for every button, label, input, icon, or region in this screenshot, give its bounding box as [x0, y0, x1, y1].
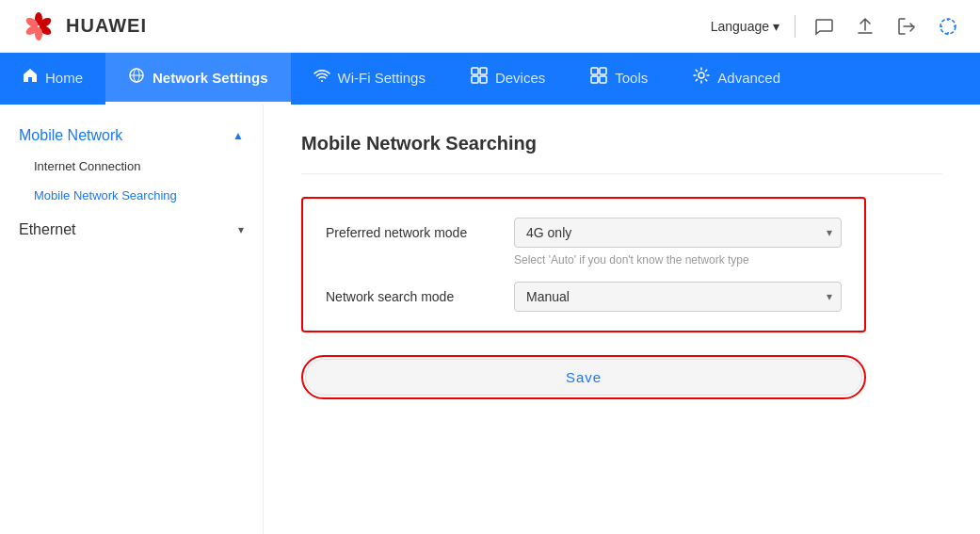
save-area: Save: [301, 355, 866, 399]
home-icon: [23, 68, 38, 87]
main-content: Mobile Network Searching Preferred netwo…: [264, 105, 980, 534]
nav-advanced[interactable]: Advanced: [670, 53, 803, 105]
svg-rect-16: [480, 68, 487, 74]
header-divider: [795, 15, 795, 38]
nav-tools-label: Tools: [615, 70, 648, 86]
message-icon[interactable]: [811, 13, 837, 40]
logo-text: HUAWEI: [66, 15, 147, 37]
svg-point-23: [699, 73, 704, 78]
preferred-network-mode-hint: Select 'Auto' if you don't know the netw…: [514, 253, 842, 267]
header-right: Language ▾: [711, 13, 961, 40]
save-button-wrapper: Save: [301, 355, 866, 399]
svg-rect-22: [600, 76, 606, 83]
nav-home[interactable]: Home: [0, 53, 105, 105]
network-search-mode-select-wrapper: Auto Manual ▾: [514, 282, 842, 312]
language-label: Language: [711, 19, 769, 34]
nav-home-label: Home: [45, 70, 83, 86]
ethernet-arrow: ▾: [238, 223, 244, 236]
ethernet-section[interactable]: Ethernet ▾: [0, 210, 263, 250]
svg-rect-21: [591, 76, 598, 83]
preferred-network-mode-control: Auto 4G only 3G only 2G only ▾ Select 'A…: [514, 218, 842, 267]
nav-tools[interactable]: Tools: [568, 53, 670, 105]
main-layout: Mobile Network ▲ Internet Connection Mob…: [0, 105, 980, 534]
content-divider: [301, 173, 942, 174]
svg-point-14: [321, 80, 323, 82]
nav-devices[interactable]: Devices: [448, 53, 568, 105]
preferred-network-mode-label: Preferred network mode: [326, 218, 514, 240]
huawei-logo: [19, 11, 58, 41]
sidebar-item-mobile-network-searching[interactable]: Mobile Network Searching: [0, 181, 263, 210]
svg-rect-18: [480, 76, 487, 83]
network-search-mode-label: Network search mode: [326, 282, 514, 304]
internet-connection-label: Internet Connection: [34, 159, 140, 173]
logout-icon[interactable]: [893, 13, 920, 40]
preferred-network-mode-select-wrapper: Auto 4G only 3G only 2G only ▾: [514, 218, 842, 248]
main-nav: Home Network Settings Wi-Fi Settings: [0, 53, 980, 105]
language-arrow-icon: ▾: [773, 19, 779, 34]
network-search-mode-select[interactable]: Auto Manual: [514, 282, 842, 312]
upload-icon[interactable]: [852, 13, 878, 40]
nav-network-settings-label: Network Settings: [153, 70, 268, 86]
nav-network-settings[interactable]: Network Settings: [105, 53, 291, 105]
network-icon: [128, 67, 145, 88]
logo-area: HUAWEI: [19, 11, 147, 41]
header: HUAWEI Language ▾: [0, 0, 980, 53]
nav-wifi-settings[interactable]: Wi-Fi Settings: [291, 53, 448, 105]
advanced-icon: [693, 67, 710, 88]
devices-icon: [471, 67, 488, 88]
svg-rect-19: [591, 68, 598, 74]
nav-devices-label: Devices: [495, 70, 545, 86]
mobile-network-arrow: ▲: [233, 129, 244, 142]
spinner-icon[interactable]: [935, 13, 961, 40]
wifi-icon: [313, 67, 330, 88]
mobile-network-section[interactable]: Mobile Network ▲: [0, 120, 263, 152]
mobile-network-searching-label: Mobile Network Searching: [34, 188, 177, 202]
language-button[interactable]: Language ▾: [711, 19, 779, 34]
tools-icon: [590, 67, 607, 88]
svg-rect-20: [600, 68, 606, 74]
svg-rect-17: [472, 76, 478, 83]
network-search-mode-row: Network search mode Auto Manual ▾: [326, 282, 842, 312]
preferred-network-mode-select[interactable]: Auto 4G only 3G only 2G only: [514, 218, 842, 248]
mobile-network-label: Mobile Network: [19, 127, 122, 144]
sidebar-item-internet-connection[interactable]: Internet Connection: [0, 152, 263, 181]
form-box: Preferred network mode Auto 4G only 3G o…: [301, 197, 866, 332]
page-title: Mobile Network Searching: [301, 133, 942, 154]
sidebar: Mobile Network ▲ Internet Connection Mob…: [0, 105, 264, 534]
svg-rect-15: [472, 68, 478, 74]
ethernet-label: Ethernet: [19, 221, 75, 238]
preferred-network-mode-row: Preferred network mode Auto 4G only 3G o…: [326, 218, 842, 267]
save-button[interactable]: Save: [305, 359, 862, 396]
network-search-mode-control: Auto Manual ▾: [514, 282, 842, 312]
svg-point-6: [940, 19, 956, 34]
nav-advanced-label: Advanced: [717, 70, 780, 86]
nav-wifi-settings-label: Wi-Fi Settings: [338, 70, 426, 86]
